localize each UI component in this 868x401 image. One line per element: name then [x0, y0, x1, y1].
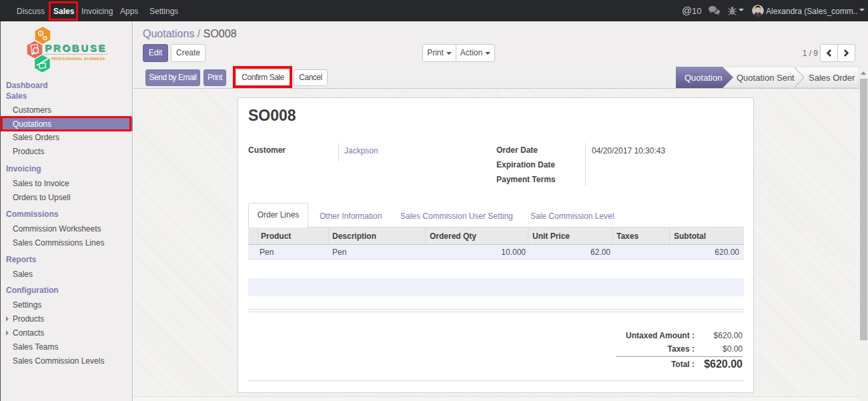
- svg-text:Sales Order: Sales Order: [809, 73, 855, 83]
- svg-text:Quotation: Quotation: [685, 73, 722, 83]
- svg-text:Quotation Sent: Quotation Sent: [737, 73, 795, 83]
- svg-text:PROFESSIONAL BUSINESS: PROFESSIONAL BUSINESS: [51, 57, 105, 61]
- svg-text:PROBUSE: PROBUSE: [45, 42, 107, 53]
